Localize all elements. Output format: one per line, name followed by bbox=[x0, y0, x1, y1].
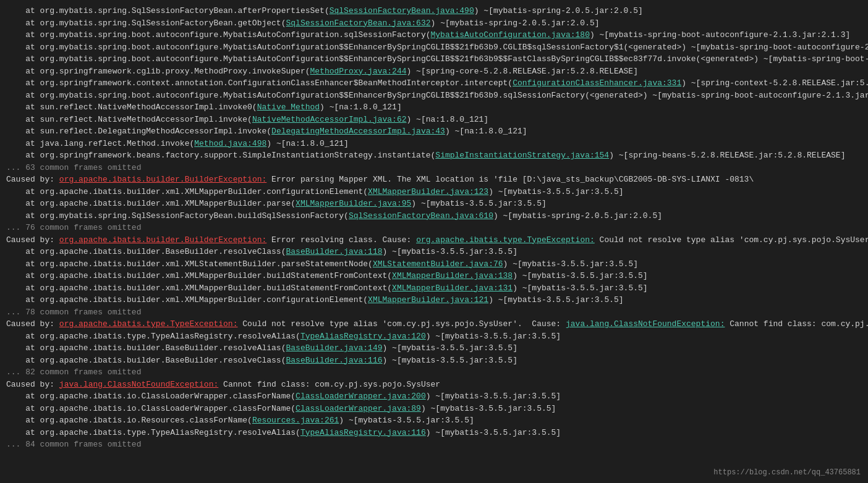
log-line: ... 63 common frames omitted bbox=[6, 162, 862, 174]
stack-link[interactable]: MybatisAutoConfiguration.java:180 bbox=[431, 30, 590, 40]
log-line: at org.apache.ibatis.io.Resources.classF… bbox=[6, 414, 862, 427]
log-line: at java.lang.reflect.Method.invoke(Metho… bbox=[6, 138, 862, 150]
log-line: ... 76 common frames omitted bbox=[6, 222, 862, 234]
log-line: at org.mybatis.spring.boot.autoconfigure… bbox=[6, 29, 862, 41]
stack-link[interactable]: TypeAliasRegistry.java:120 bbox=[300, 332, 426, 341]
log-line: Caused by: org.apache.ibatis.builder.Bui… bbox=[6, 234, 862, 246]
log-line: at org.apache.ibatis.builder.xml.XMLMapp… bbox=[6, 294, 862, 306]
log-line: at org.apache.ibatis.builder.xml.XMLMapp… bbox=[6, 186, 862, 198]
log-line: at org.springframework.cglib.proxy.Metho… bbox=[6, 65, 862, 78]
omitted-text: ... 82 common frames omitted bbox=[6, 368, 141, 377]
cause-link[interactable]: java.lang.ClassNotFoundException: bbox=[59, 380, 218, 389]
log-line: at org.apache.ibatis.type.TypeAliasRegis… bbox=[6, 427, 862, 439]
stack-link[interactable]: DelegatingMethodAccessorImpl.java:43 bbox=[271, 127, 445, 136]
stack-link[interactable]: BaseBuilder.java:118 bbox=[286, 247, 382, 256]
stack-link[interactable]: Method.java:498 bbox=[194, 139, 266, 148]
stack-link[interactable]: NativeMethodAccessorImpl.java:62 bbox=[252, 115, 407, 124]
stack-link[interactable]: XMLMapperBuilder.java:123 bbox=[368, 187, 488, 196]
log-line: ... 84 common frames omitted bbox=[6, 439, 862, 451]
stack-link[interactable]: ClassLoaderWrapper.java:200 bbox=[296, 392, 426, 401]
log-line: at sun.reflect.NativeMethodAccessorImpl.… bbox=[6, 114, 862, 126]
log-line: at org.apache.ibatis.builder.BaseBuilder… bbox=[6, 355, 862, 367]
log-line: at org.apache.ibatis.builder.xml.XMLStat… bbox=[6, 258, 862, 271]
log-line: at org.apache.ibatis.builder.xml.XMLMapp… bbox=[6, 198, 862, 210]
stack-link[interactable]: SqlSessionFactoryBean.java:490 bbox=[330, 6, 474, 15]
log-line: at org.apache.ibatis.builder.xml.XMLMapp… bbox=[6, 270, 862, 282]
log-line: at org.springframework.context.annotatio… bbox=[6, 77, 862, 90]
log-line: at org.mybatis.spring.SqlSessionFactoryB… bbox=[6, 5, 862, 17]
log-line: at org.mybatis.spring.SqlSessionFactoryB… bbox=[6, 210, 862, 222]
stack-link[interactable]: Native Method bbox=[257, 103, 320, 112]
footer-url: https://blog.csdn.net/qq_43765881 bbox=[713, 467, 861, 478]
log-line: ... 82 common frames omitted bbox=[6, 366, 862, 379]
stack-link[interactable]: MethodProxy.java:244 bbox=[310, 67, 406, 76]
omitted-text: ... 76 common frames omitted bbox=[6, 223, 141, 232]
log-line: at org.springframework.beans.factory.sup… bbox=[6, 149, 862, 162]
cause-link[interactable]: org.apache.ibatis.builder.BuilderExcepti… bbox=[59, 175, 266, 184]
stack-link[interactable]: SqlSessionFactoryBean.java:632 bbox=[286, 19, 430, 28]
stack-link[interactable]: XMLMapperBuilder.java:95 bbox=[296, 199, 411, 208]
stack-link[interactable]: TypeAliasRegistry.java:116 bbox=[300, 428, 426, 437]
log-line: ... 78 common frames omitted bbox=[6, 306, 862, 319]
stack-link[interactable]: BaseBuilder.java:116 bbox=[286, 356, 382, 365]
stack-link[interactable]: Resources.java:261 bbox=[252, 416, 339, 425]
stack-link[interactable]: SqlSessionFactoryBean.java:610 bbox=[349, 211, 493, 220]
log-container: at org.mybatis.spring.SqlSessionFactoryB… bbox=[6, 5, 862, 451]
stack-link[interactable]: SimpleInstantiationStrategy.java:154 bbox=[435, 151, 609, 160]
log-line: at org.apache.ibatis.builder.BaseBuilder… bbox=[6, 342, 862, 355]
log-line: at org.apache.ibatis.io.ClassLoaderWrapp… bbox=[6, 390, 862, 403]
log-line: at org.mybatis.spring.boot.autoconfigure… bbox=[6, 90, 862, 102]
log-line: at org.apache.ibatis.type.TypeAliasRegis… bbox=[6, 330, 862, 343]
log-line: at org.mybatis.spring.boot.autoconfigure… bbox=[6, 41, 862, 54]
stack-link[interactable]: XMLMapperBuilder.java:121 bbox=[368, 295, 488, 304]
log-line: at org.mybatis.spring.boot.autoconfigure… bbox=[6, 53, 862, 65]
omitted-text: ... 84 common frames omitted bbox=[6, 440, 141, 449]
log-line: Caused by: org.apache.ibatis.builder.Bui… bbox=[6, 174, 862, 186]
stack-link[interactable]: XMLMapperBuilder.java:138 bbox=[392, 271, 513, 280]
log-line: at sun.reflect.NativeMethodAccessorImpl.… bbox=[6, 101, 862, 114]
cause-link2[interactable]: org.apache.ibatis.type.TypeException: bbox=[416, 235, 595, 245]
log-line: at sun.reflect.DelegatingMethodAccessorI… bbox=[6, 125, 862, 138]
log-line: Caused by: java.lang.ClassNotFoundExcept… bbox=[6, 379, 862, 391]
cause-link[interactable]: org.apache.ibatis.type.TypeException: bbox=[59, 319, 238, 329]
log-line: at org.apache.ibatis.builder.BaseBuilder… bbox=[6, 246, 862, 258]
stack-link[interactable]: ClassLoaderWrapper.java:89 bbox=[296, 404, 421, 413]
cause-link[interactable]: org.apache.ibatis.builder.BuilderExcepti… bbox=[59, 235, 266, 245]
omitted-text: ... 63 common frames omitted bbox=[6, 163, 141, 172]
cause-link2[interactable]: java.lang.ClassNotFoundException: bbox=[566, 319, 725, 329]
stack-link[interactable]: XMLStatementBuilder.java:76 bbox=[373, 259, 503, 269]
log-line: Caused by: org.apache.ibatis.type.TypeEx… bbox=[6, 318, 862, 330]
stack-link[interactable]: ConfigurationClassEnhancer.java:331 bbox=[513, 78, 681, 88]
omitted-text: ... 78 common frames omitted bbox=[6, 308, 141, 317]
log-line: at org.mybatis.spring.SqlSessionFactoryB… bbox=[6, 17, 862, 30]
log-line: at org.apache.ibatis.io.ClassLoaderWrapp… bbox=[6, 403, 862, 415]
stack-link[interactable]: XMLMapperBuilder.java:131 bbox=[392, 284, 513, 293]
log-line: at org.apache.ibatis.builder.xml.XMLMapp… bbox=[6, 282, 862, 295]
stack-link[interactable]: BaseBuilder.java:149 bbox=[286, 343, 382, 353]
